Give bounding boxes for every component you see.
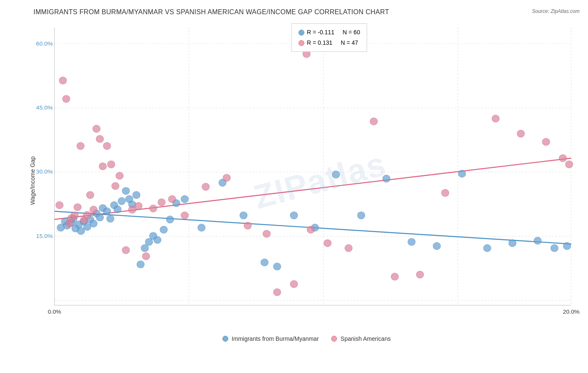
svg-point-57 bbox=[290, 212, 298, 219]
legend-item-pink: Spanish Americans bbox=[331, 335, 391, 342]
svg-point-38 bbox=[118, 197, 125, 205]
svg-point-75 bbox=[71, 212, 78, 219]
svg-point-102 bbox=[290, 280, 298, 288]
svg-point-115 bbox=[565, 161, 573, 168]
svg-text:0.0%: 0.0% bbox=[48, 308, 61, 315]
svg-point-42 bbox=[133, 191, 140, 199]
svg-point-70 bbox=[56, 202, 63, 209]
svg-point-91 bbox=[135, 202, 142, 210]
legend-r-pink: R = 0.131 bbox=[307, 38, 332, 48]
svg-point-93 bbox=[149, 205, 157, 212]
svg-point-100 bbox=[263, 230, 271, 238]
svg-point-105 bbox=[324, 240, 331, 247]
svg-point-88 bbox=[116, 172, 123, 179]
svg-point-114 bbox=[559, 154, 567, 162]
svg-point-66 bbox=[509, 240, 516, 247]
legend-label-blue: Immigrants from Burma/Myanmar bbox=[232, 335, 319, 342]
svg-point-65 bbox=[483, 244, 491, 252]
svg-point-69 bbox=[563, 243, 571, 250]
chart-area: Wage/Income Gap ZIPatlas R = -0.111 N = … bbox=[33, 19, 580, 342]
bottom-legend: Immigrants from Burma/Myanmar Spanish Am… bbox=[222, 335, 391, 342]
svg-point-55 bbox=[261, 259, 268, 266]
legend-dot-blue bbox=[299, 30, 304, 36]
legend-icon-pink bbox=[331, 336, 337, 342]
svg-point-47 bbox=[153, 236, 161, 244]
svg-point-89 bbox=[122, 246, 130, 254]
legend-r-blue: R = -0.111 bbox=[307, 27, 335, 38]
svg-point-80 bbox=[87, 191, 94, 199]
source-text: Source: ZipAtlas.com bbox=[532, 8, 580, 14]
svg-point-54 bbox=[240, 212, 247, 219]
svg-point-86 bbox=[107, 161, 115, 168]
svg-point-107 bbox=[370, 118, 378, 125]
svg-point-30 bbox=[90, 220, 97, 227]
svg-point-101 bbox=[274, 289, 281, 296]
svg-point-106 bbox=[345, 244, 352, 252]
svg-point-52 bbox=[198, 224, 205, 232]
svg-point-60 bbox=[358, 212, 365, 219]
svg-point-83 bbox=[96, 135, 104, 143]
svg-point-94 bbox=[158, 199, 165, 206]
svg-point-64 bbox=[458, 170, 466, 178]
svg-point-37 bbox=[114, 206, 121, 213]
svg-point-96 bbox=[181, 212, 189, 219]
chart-title: IMMIGRANTS FROM BURMA/MYANMAR VS SPANISH… bbox=[33, 8, 580, 16]
svg-point-67 bbox=[534, 237, 541, 245]
svg-point-84 bbox=[99, 163, 107, 170]
svg-point-59 bbox=[332, 171, 340, 179]
legend-label-pink: Spanish Americans bbox=[340, 335, 391, 342]
svg-point-109 bbox=[416, 271, 424, 278]
svg-point-76 bbox=[74, 204, 81, 211]
svg-point-92 bbox=[142, 253, 150, 260]
svg-point-97 bbox=[202, 183, 210, 191]
svg-point-34 bbox=[103, 207, 111, 215]
svg-point-77 bbox=[77, 142, 84, 150]
y-axis-label: Wage/Income Gap bbox=[29, 156, 36, 205]
svg-text:20.0%: 20.0% bbox=[563, 308, 580, 315]
legend-box: R = -0.111 N = 60 R = 0.131 N = 47 bbox=[291, 23, 367, 52]
svg-point-95 bbox=[168, 195, 176, 203]
svg-point-71 bbox=[59, 77, 66, 84]
svg-point-35 bbox=[107, 215, 114, 222]
svg-point-48 bbox=[160, 226, 167, 233]
svg-point-112 bbox=[517, 130, 524, 138]
legend-icon-blue bbox=[222, 336, 228, 342]
svg-point-108 bbox=[391, 273, 399, 281]
chart-container: IMMIGRANTS FROM BURMA/MYANMAR VS SPANISH… bbox=[0, 0, 588, 373]
legend-dot-pink bbox=[299, 40, 304, 46]
svg-point-82 bbox=[93, 125, 100, 133]
svg-point-113 bbox=[542, 138, 550, 146]
svg-point-99 bbox=[244, 222, 251, 230]
svg-point-81 bbox=[90, 206, 97, 214]
legend-item-blue: Immigrants from Burma/Myanmar bbox=[222, 335, 319, 342]
svg-point-85 bbox=[103, 142, 111, 150]
legend-row-blue: R = -0.111 N = 60 bbox=[299, 27, 360, 38]
svg-point-87 bbox=[112, 182, 119, 190]
svg-point-43 bbox=[137, 261, 144, 268]
svg-point-68 bbox=[551, 244, 558, 252]
svg-point-51 bbox=[181, 195, 189, 203]
svg-point-110 bbox=[441, 189, 449, 197]
svg-text:15.0%: 15.0% bbox=[36, 232, 53, 239]
svg-text:45.0%: 45.0% bbox=[36, 104, 53, 111]
svg-point-61 bbox=[383, 175, 390, 182]
svg-point-49 bbox=[166, 216, 174, 223]
svg-point-79 bbox=[84, 211, 91, 219]
svg-point-98 bbox=[223, 174, 230, 181]
svg-point-56 bbox=[274, 263, 281, 270]
legend-n-blue: N = 60 bbox=[343, 27, 360, 38]
scatter-chart: 60.0% 45.0% 30.0% 15.0% 0.0% 20.0% bbox=[33, 19, 580, 342]
svg-point-39 bbox=[122, 187, 130, 195]
svg-point-104 bbox=[307, 226, 314, 233]
svg-point-72 bbox=[62, 95, 70, 103]
svg-point-32 bbox=[96, 214, 104, 221]
legend-n-pink: N = 47 bbox=[341, 38, 358, 48]
svg-point-111 bbox=[492, 115, 499, 123]
svg-text:60.0%: 60.0% bbox=[36, 40, 53, 47]
svg-point-63 bbox=[433, 243, 440, 250]
legend-row-pink: R = 0.131 N = 47 bbox=[299, 38, 360, 48]
svg-text:30.0%: 30.0% bbox=[36, 169, 53, 175]
svg-point-62 bbox=[408, 238, 415, 246]
